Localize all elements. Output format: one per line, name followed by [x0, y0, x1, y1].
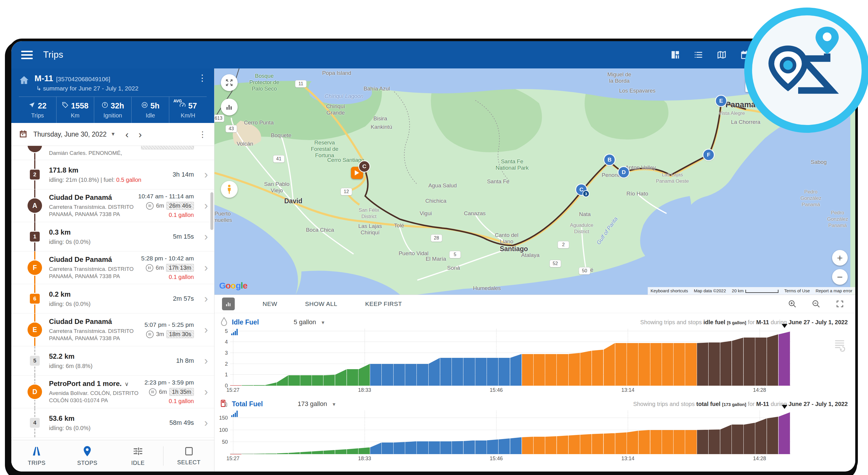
map-stop-marker-F[interactable]: F — [703, 150, 714, 160]
map-fullscreen-button[interactable] — [221, 74, 238, 91]
map-zoom-in-button[interactable]: + — [832, 250, 848, 266]
map-stop-marker-E[interactable]: E — [716, 96, 726, 106]
fuel-bar — [662, 430, 673, 454]
chart-mode-button[interactable] — [222, 298, 235, 310]
x-axis-tick: 14:28 — [753, 455, 766, 462]
x-axis-tick: 15:27 — [226, 387, 239, 393]
attribution-item[interactable]: Report a map error — [813, 287, 855, 295]
menu-hamburger-icon[interactable] — [21, 51, 33, 59]
stop-letter-marker: A — [28, 198, 42, 213]
date-dropdown-caret-icon[interactable]: ▼ — [111, 131, 116, 137]
screenshot-canvas: Trips M-11[357042068049106] ↳ summary fo… — [0, 0, 868, 475]
map-charts-toggle-button[interactable] — [221, 98, 238, 115]
attribution-item[interactable]: Keyboard shortcuts — [648, 287, 691, 295]
fuel-bar — [300, 375, 312, 386]
chevron-right-icon[interactable]: › — [198, 169, 214, 181]
timeline-trip-row[interactable]: 2 171.8 km idling: 21m (10.8%) | fuel: 0… — [11, 160, 214, 189]
map-view-icon[interactable] — [717, 50, 726, 60]
chart-unit-dropdown[interactable]: 5 gallon▼ — [293, 318, 325, 326]
toolbar-tab-select[interactable]: SELECT — [163, 446, 214, 466]
timeline-trip-row[interactable]: 6 0.2 km idling: 0s (0.0%) 2m 57s › — [11, 284, 214, 314]
fuel-bar — [755, 418, 767, 454]
chevron-right-icon[interactable]: › — [198, 262, 214, 274]
fuel-bar — [545, 436, 556, 454]
trip-duration: 5m 15s — [173, 233, 194, 240]
fuel-bar — [394, 364, 405, 386]
sidebar-bottom-toolbar: TRIPS STOPS IDLE SELECT — [11, 440, 214, 472]
chevron-right-icon[interactable]: › — [198, 355, 214, 367]
fuel-bar — [429, 358, 440, 386]
fuel-bar — [545, 354, 556, 386]
current-date-label[interactable]: Thursday, June 30, 2022 — [33, 130, 107, 138]
fuel-bar — [627, 343, 638, 386]
stop-title: Ciudad De Panamá — [49, 318, 145, 326]
map-stop-marker-B[interactable]: B — [604, 154, 615, 165]
fuel-bar — [557, 436, 568, 454]
map-attribution-bar: Keyboard shortcutsMap data ©202220 kmTer… — [648, 287, 855, 295]
chart-unit-dropdown[interactable]: 173 gallon▼ — [298, 400, 336, 408]
list-scrollbar-thumb[interactable] — [210, 192, 213, 230]
list-view-icon[interactable] — [693, 50, 703, 60]
show-all-button[interactable]: SHOW ALL — [305, 300, 337, 307]
expand-charts-icon[interactable] — [836, 300, 844, 308]
stop-letter-marker: D — [28, 385, 42, 399]
y-axis-tick: 50 — [217, 439, 228, 445]
trips-road-icon — [31, 453, 42, 457]
timeline-trip-row[interactable]: 5 52.2 km idling: 6m (8.8%) 1h 8m › — [11, 346, 214, 376]
marker-count-badge: 3 — [583, 191, 589, 197]
fuel-bar — [475, 441, 487, 454]
stop-duration-chip: 26m 46s — [166, 202, 194, 210]
chart-bars — [230, 329, 790, 386]
zoom-out-chart-icon[interactable] — [812, 300, 820, 308]
fuel-bar — [533, 354, 545, 386]
app-window: Trips M-11[357042068049106] ↳ summary fo… — [9, 38, 858, 474]
expand-caret-icon[interactable]: ∨ — [125, 381, 129, 387]
new-chart-button[interactable]: NEW — [262, 300, 277, 307]
map-stop-marker-C[interactable]: C3 — [576, 184, 587, 195]
y-axis-tick: 1 — [217, 372, 228, 378]
chart-menu-icon[interactable] — [834, 339, 845, 353]
fuel-bar — [767, 334, 778, 386]
next-day-button[interactable]: › — [138, 131, 142, 137]
fuel-bar — [394, 442, 405, 454]
timeline-row-partial[interactable]: Damián Carles. PENONOMÉ, — [11, 146, 214, 160]
x-axis-tick: 15:46 — [490, 387, 503, 393]
vehicle-header: M-11[357042068049106] ↳ summary for June… — [11, 68, 214, 123]
timeline-trip-row[interactable]: 1 0.3 km idling: 0s (0.0%) 5m 15s › — [11, 222, 214, 251]
map-stop-marker-D[interactable]: D — [618, 167, 629, 177]
prev-day-button[interactable]: ‹ — [125, 131, 129, 137]
map-stop-marker-C[interactable]: C — [359, 161, 370, 172]
keep-first-button[interactable]: KEEP FIRST — [365, 300, 402, 307]
street-view-pegman-button[interactable] — [221, 181, 238, 198]
toolbar-tab-stops[interactable]: STOPS — [62, 446, 113, 466]
toolbar-tab-trips[interactable]: TRIPS — [11, 446, 62, 466]
fuel-bar — [277, 453, 288, 454]
trip-duration: 3h 14m — [173, 171, 194, 178]
timeline-trip-row[interactable]: 4 53.6 km idling: 0s (0.0%) 58m 49s › — [11, 408, 214, 438]
dashboard-columns-icon[interactable] — [670, 50, 680, 60]
vehicle-menu-kebab-icon[interactable]: ⋮ — [198, 73, 207, 82]
timeline-stop-row[interactable]: E Ciudad De Panamá Carretera Transístmic… — [11, 314, 214, 346]
chevron-right-icon[interactable]: › — [198, 231, 214, 243]
timeline-stop-row[interactable]: D PetroPort and 1 more.∨ Avenida Bolívar… — [11, 376, 214, 408]
vehicle-imei: [357042068049106] — [56, 76, 110, 82]
road-shield: 50 — [579, 267, 590, 275]
chevron-right-icon[interactable]: › — [198, 386, 214, 398]
map-zoom-out-button[interactable]: − — [832, 269, 848, 285]
ignition-icon — [101, 101, 108, 111]
date-menu-kebab-icon[interactable]: ⋮ — [198, 130, 207, 139]
chevron-right-icon[interactable]: › — [198, 293, 214, 305]
chevron-right-icon[interactable]: › — [198, 324, 214, 336]
fuel-bar — [452, 358, 463, 386]
trip-idling-info: idling: 6m (8.8%) — [49, 363, 176, 369]
fuel-bar — [755, 337, 767, 386]
toolbar-tab-idle[interactable]: IDLE — [113, 446, 163, 466]
fuel-bar — [557, 354, 568, 386]
chevron-right-icon[interactable]: › — [198, 417, 214, 429]
fuel-bar — [767, 417, 778, 454]
pause-icon — [149, 388, 156, 396]
timeline-stop-row[interactable]: A Ciudad De Panamá Carretera Transístmic… — [11, 189, 214, 222]
timeline-stop-row[interactable]: F Ciudad De Panamá Carretera Transístmic… — [11, 251, 214, 284]
zoom-in-chart-icon[interactable] — [788, 300, 797, 308]
attribution-item[interactable]: Terms of Use — [781, 287, 813, 295]
